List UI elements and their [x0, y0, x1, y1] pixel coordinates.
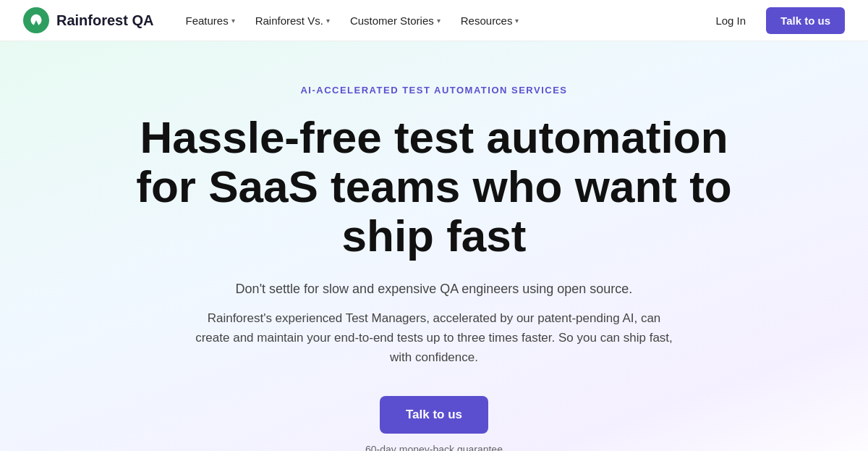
nav-cta-button[interactable]: Talk to us: [766, 7, 845, 34]
logo-icon: [23, 7, 49, 33]
chevron-down-icon: ▾: [326, 17, 330, 25]
chevron-down-icon: ▾: [231, 17, 235, 25]
nav-links: Features ▾ Rainforest Vs. ▾ Customer Sto…: [176, 9, 707, 33]
nav-item-rainforest-vs[interactable]: Rainforest Vs. ▾: [247, 9, 339, 33]
nav-item-customer-stories[interactable]: Customer Stories ▾: [341, 9, 449, 33]
hero-description: Rainforest's experienced Test Managers, …: [195, 308, 673, 368]
nav-item-resources[interactable]: Resources ▾: [452, 9, 528, 33]
navbar: Rainforest QA Features ▾ Rainforest Vs. …: [0, 0, 868, 41]
guarantee-text: 60-day money-back guarantee: [365, 444, 503, 451]
chevron-down-icon: ▾: [437, 17, 441, 25]
leaf-icon: [29, 13, 43, 28]
hero-cta-button[interactable]: Talk to us: [380, 396, 488, 434]
nav-item-features[interactable]: Features ▾: [176, 9, 243, 33]
logo-text: Rainforest QA: [56, 12, 153, 29]
login-button[interactable]: Log In: [707, 9, 754, 33]
hero-title: Hassle-free test automation for SaaS tea…: [109, 113, 760, 261]
logo-link[interactable]: Rainforest QA: [23, 7, 153, 33]
hero-subtitle: Don't settle for slow and expensive QA e…: [236, 282, 633, 297]
hero-section: AI-ACCELERATED TEST AUTOMATION SERVICES …: [0, 41, 868, 451]
hero-tag: AI-ACCELERATED TEST AUTOMATION SERVICES: [300, 85, 567, 96]
chevron-down-icon: ▾: [515, 17, 519, 25]
nav-actions: Log In Talk to us: [707, 7, 845, 34]
